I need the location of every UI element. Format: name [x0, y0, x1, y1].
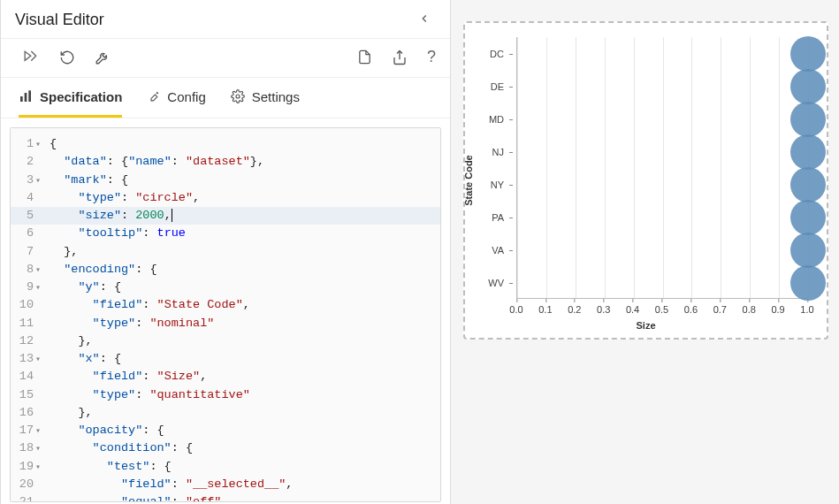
y-tick-label: DC [465, 49, 509, 59]
code-line[interactable]: 13▾ "x": { [11, 350, 440, 368]
tab-label: Specification [40, 89, 122, 104]
code-line[interactable]: 15 "type": "quantitative" [11, 386, 440, 404]
export-icon[interactable] [392, 50, 408, 65]
plot-area [516, 37, 807, 299]
svg-rect-4 [28, 90, 31, 102]
collapse-panel-icon[interactable] [413, 11, 436, 29]
data-point[interactable] [790, 134, 826, 170]
svg-rect-3 [25, 93, 27, 102]
gridline [546, 37, 547, 298]
code-content: "opacity": { [50, 422, 164, 439]
code-line[interactable]: 14 "field": "Size", [11, 368, 440, 386]
chart-container: State Code Size 0.00.10.20.30.40.50.60.7… [463, 21, 828, 340]
code-line[interactable]: 10 "field": "State Code", [11, 296, 440, 314]
code-content: }, [50, 404, 93, 422]
line-number: 4 [11, 189, 50, 207]
code-line[interactable]: 11 "type": "nominal" [11, 315, 440, 332]
code-line[interactable]: 20 "field": "__selected__", [11, 476, 440, 493]
code-line[interactable]: 21 "equal": "off" [11, 493, 440, 502]
code-line[interactable]: 9▾ "y": { [11, 279, 440, 296]
line-number: 6 [11, 225, 50, 242]
code-line[interactable]: 19▾ "test": { [11, 458, 440, 476]
line-number: 9▾ [11, 279, 50, 296]
code-line[interactable]: 2 "data": {"name": "dataset"}, [11, 153, 440, 171]
data-point[interactable] [790, 69, 826, 104]
panel-title: Visual Editor [15, 11, 104, 29]
line-number: 17▾ [11, 422, 50, 439]
code-content: "condition": { [50, 439, 193, 457]
x-tick-label: 0.2 [568, 304, 581, 315]
visual-preview-panel: State Code Size 0.00.10.20.30.40.50.60.7… [451, 0, 839, 504]
code-editor[interactable]: 1▾{2 "data": {"name": "dataset"},3▾ "mar… [10, 127, 441, 502]
code-line[interactable]: 12 }, [11, 332, 440, 350]
x-tick-label: 0.6 [684, 304, 698, 315]
gridline [605, 37, 606, 298]
code-line[interactable]: 5 "size": 2000, [11, 207, 440, 225]
line-number: 11 [11, 315, 50, 332]
y-tick-label: NJ [465, 147, 509, 157]
data-point[interactable] [790, 265, 826, 301]
code-line[interactable]: 16 }, [11, 404, 440, 422]
code-line[interactable]: 17▾ "opacity": { [11, 422, 440, 439]
code-content: "type": "quantitative" [50, 386, 250, 404]
code-line[interactable]: 18▾ "condition": { [11, 439, 440, 457]
code-content: "field": "__selected__", [50, 476, 293, 493]
svg-rect-2 [20, 96, 23, 102]
line-number: 12 [11, 332, 50, 350]
line-number: 10 [11, 296, 50, 314]
y-tick-label: MD [465, 114, 509, 125]
tab-settings[interactable]: Settings [231, 78, 300, 118]
reset-icon[interactable] [59, 50, 75, 65]
code-content: "field": "Size", [50, 368, 207, 386]
code-line[interactable]: 8▾ "encoding": { [11, 261, 440, 279]
editor-toolbar: ? [1, 39, 450, 78]
tab-config[interactable]: Config [147, 78, 205, 118]
x-tick-label: 1.0 [800, 304, 813, 315]
code-content: "type": "nominal" [50, 315, 214, 332]
code-content: "test": { [50, 458, 172, 476]
data-point[interactable] [790, 102, 826, 137]
panel-header: Visual Editor [1, 0, 450, 39]
x-tick-label: 0.1 [538, 304, 552, 315]
line-number: 7 [11, 243, 50, 261]
wrench-icon[interactable] [95, 50, 111, 65]
brush-icon [147, 90, 160, 103]
line-number: 1▾ [11, 135, 50, 153]
new-file-icon[interactable] [357, 50, 372, 65]
tab-specification[interactable]: Specification [19, 78, 122, 118]
line-number: 2 [11, 153, 50, 171]
y-tick-label: NY [465, 179, 509, 190]
tab-label: Settings [252, 89, 300, 104]
line-number: 8▾ [11, 261, 50, 279]
code-line[interactable]: 1▾{ [11, 135, 440, 153]
line-number: 3▾ [11, 172, 50, 189]
y-tick-label: WV [465, 278, 509, 288]
run-icon[interactable] [20, 49, 40, 66]
line-number: 16 [11, 404, 50, 422]
x-tick-label: 0.3 [597, 304, 610, 315]
code-line[interactable]: 7 }, [11, 243, 440, 261]
code-content: "field": "State Code", [50, 296, 250, 314]
editor-tabs: Specification Config Settings [1, 78, 450, 118]
code-content: "equal": "off" [50, 493, 221, 502]
line-number: 20 [11, 476, 50, 493]
code-line[interactable]: 3▾ "mark": { [11, 172, 440, 189]
svg-marker-0 [25, 51, 31, 60]
data-point[interactable] [790, 167, 826, 202]
gridline [691, 37, 692, 298]
line-number: 5 [11, 207, 50, 225]
gridline [576, 37, 576, 298]
y-tick-label: DE [465, 81, 509, 92]
gridline [663, 37, 664, 298]
x-tick-label: 0.7 [713, 304, 727, 315]
code-line[interactable]: 6 "tooltip": true [11, 225, 440, 242]
line-number: 14 [11, 368, 50, 386]
code-line[interactable]: 4 "type": "circle", [11, 189, 440, 207]
data-point[interactable] [790, 36, 826, 72]
data-point[interactable] [790, 200, 826, 235]
code-content: "tooltip": true [50, 225, 186, 242]
help-icon[interactable]: ? [427, 48, 436, 66]
code-content: "data": {"name": "dataset"}, [50, 153, 264, 171]
data-point[interactable] [790, 233, 826, 268]
gridline [517, 37, 518, 298]
